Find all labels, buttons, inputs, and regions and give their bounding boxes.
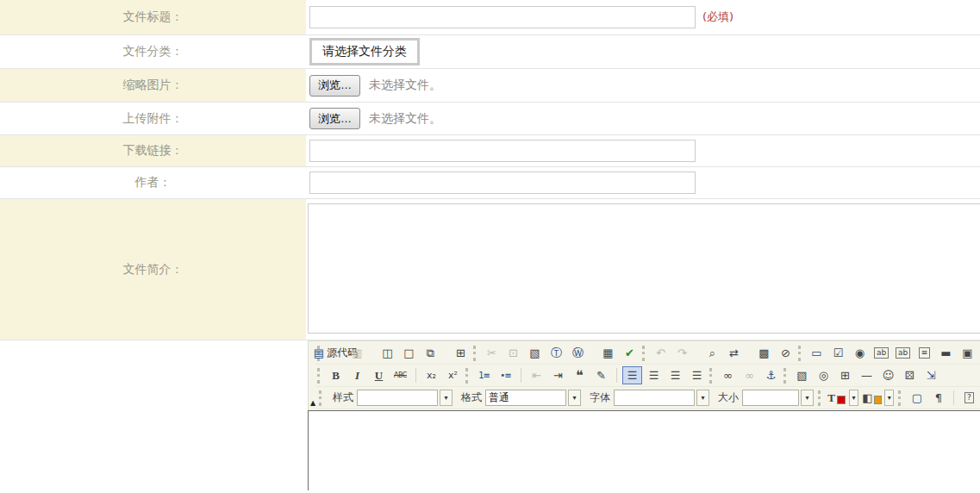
title-input[interactable] — [309, 6, 696, 28]
maximize-icon: ▢ — [912, 391, 922, 404]
download-link-input[interactable] — [309, 140, 696, 162]
download-link-value-cell — [306, 135, 980, 166]
font-combo-arrow-icon[interactable]: ▾ — [696, 390, 709, 406]
link-button[interactable]: ∞ — [718, 366, 738, 384]
background-color-dropdown-arrow-icon[interactable]: ▾ — [884, 390, 894, 406]
form-icon: ▭ — [811, 346, 821, 359]
editor-editing-area[interactable] — [308, 410, 980, 490]
show-blocks-button[interactable]: ¶ — [928, 389, 948, 407]
show-blocks-icon: ¶ — [935, 391, 942, 404]
new-page-button[interactable]: □ — [399, 344, 419, 362]
italic-button[interactable]: I — [347, 366, 367, 384]
bold-button[interactable]: B — [326, 366, 346, 384]
font-combo[interactable] — [614, 390, 695, 406]
increase-indent-button[interactable]: ⇥ — [548, 366, 568, 384]
select-all-button[interactable]: ▩ — [754, 344, 774, 362]
remove-format-button[interactable]: ⊘ — [776, 344, 796, 362]
justify-button[interactable]: ☰ — [687, 366, 707, 384]
paste-plain-text-button[interactable]: Ⓣ — [546, 344, 566, 362]
ordered-list-button[interactable]: 1≡ — [474, 366, 494, 384]
templates-button[interactable]: ⊞ — [451, 344, 471, 362]
form-row-intro: 文件简介： — [0, 199, 980, 340]
special-character-button[interactable]: ⚄ — [900, 366, 920, 384]
new-page-icon: □ — [403, 346, 414, 359]
style-combo-group: 样式▾ — [327, 390, 455, 406]
spell-check-button[interactable]: ✔ — [620, 344, 640, 362]
form-row-download-link: 下载链接： — [0, 135, 980, 167]
blockquote-button[interactable]: ❝ — [570, 366, 590, 384]
save-button[interactable]: ◫ — [378, 344, 397, 362]
style-combo[interactable] — [357, 390, 438, 406]
radio-button-button[interactable]: ◉ — [850, 344, 870, 362]
author-input[interactable] — [309, 172, 696, 194]
text-color-dropdown-arrow-icon[interactable]: ▾ — [849, 390, 858, 406]
flash-button[interactable]: ◎ — [814, 366, 833, 384]
browse-thumbnail-button[interactable]: 浏览… — [309, 75, 360, 97]
browse-attachment-button[interactable]: 浏览… — [309, 108, 360, 129]
align-right-button[interactable]: ☰ — [665, 366, 685, 384]
unordered-list-button[interactable]: •≡ — [496, 366, 515, 384]
intro-textarea[interactable] — [308, 203, 980, 334]
toolbar-grip — [898, 390, 901, 406]
image-button[interactable]: ▧ — [792, 366, 812, 384]
copy-icon: ⊡ — [509, 346, 518, 359]
style-combo-label: 样式 — [333, 390, 353, 405]
button-field-button[interactable]: ▬ — [936, 344, 956, 362]
align-center-button[interactable]: ☰ — [644, 366, 664, 384]
maximize-button[interactable]: ▢ — [907, 389, 927, 407]
align-left-button[interactable]: ☰ — [622, 366, 642, 384]
about-button[interactable]: ? — [959, 389, 979, 407]
textarea-field-button[interactable]: ab — [893, 344, 913, 362]
format-combo[interactable]: 普通 — [485, 390, 566, 406]
superscript-button[interactable]: x² — [443, 366, 463, 384]
image-button-button[interactable]: ▣ — [958, 344, 977, 362]
form-row-category: 文件分类： 请选择文件分类 — [0, 35, 980, 69]
horizontal-rule-button[interactable]: — — [857, 366, 877, 384]
find-button[interactable]: ⌕ — [702, 344, 722, 362]
background-color-button[interactable]: ◧ — [862, 389, 882, 407]
toolbar-separator — [953, 390, 954, 405]
toolbar-grip — [798, 346, 801, 361]
author-value-cell — [306, 167, 980, 198]
paste-from-word-button[interactable]: Ⓦ — [568, 344, 588, 362]
remove-format-icon: ⊘ — [781, 346, 790, 359]
underline-button[interactable]: U — [369, 366, 389, 384]
page-break-button[interactable]: ⇲ — [921, 366, 941, 384]
select-field-button[interactable]: ≡ — [914, 344, 934, 362]
strikethrough-icon: ABC — [394, 371, 407, 379]
editor-toolbar: ▤源代码▥◫□⧉⊞✂⊡▧ⓉⓌ▦✔↶↷⌕⇄▩⊘▭☑◉abab≡▬▣ab BIUAB… — [308, 340, 980, 410]
paste-button[interactable]: ▧ — [525, 344, 545, 362]
style-combo-arrow-icon[interactable]: ▾ — [440, 390, 453, 406]
author-label: 作者： — [0, 167, 306, 198]
size-combo[interactable] — [742, 390, 799, 406]
thumbnail-label: 缩略图片： — [0, 69, 306, 102]
form-button[interactable]: ▭ — [807, 344, 827, 362]
print-button[interactable]: ▦ — [598, 344, 618, 362]
rich-text-editor: ▤源代码▥◫□⧉⊞✂⊡▧ⓉⓌ▦✔↶↷⌕⇄▩⊘▭☑◉abab≡▬▣ab BIUAB… — [308, 340, 980, 490]
text-color-button[interactable]: T — [827, 389, 846, 407]
doc-props-button: ▥ — [347, 344, 367, 362]
paste-from-word-icon: Ⓦ — [572, 346, 584, 361]
preview-button[interactable]: ⧉ — [421, 344, 440, 362]
blockquote-icon: ❝ — [576, 367, 584, 384]
checkbox-button[interactable]: ☑ — [828, 344, 848, 362]
source-button[interactable]: ▤源代码 — [326, 344, 346, 362]
subscript-button[interactable]: x₂ — [421, 366, 441, 384]
text-field-icon: ab — [874, 347, 889, 359]
select-field-icon: ≡ — [919, 347, 931, 359]
table-button[interactable]: ⊞ — [835, 366, 855, 384]
format-combo-arrow-icon[interactable]: ▾ — [568, 390, 581, 406]
strikethrough-button[interactable]: ABC — [390, 366, 410, 384]
size-combo-arrow-icon[interactable]: ▾ — [801, 390, 814, 406]
smiley-button[interactable]: ☺ — [878, 366, 898, 384]
create-div-button[interactable]: ✎ — [591, 366, 611, 384]
select-category-button[interactable]: 请选择文件分类 — [309, 38, 420, 66]
unlink-button: ∞ — [740, 366, 759, 384]
collapse-toolbar-icon[interactable]: ▲ — [310, 399, 315, 407]
find-icon: ⌕ — [709, 346, 715, 360]
anchor-button[interactable]: ⚓ — [761, 366, 781, 384]
text-field-button[interactable]: ab — [871, 344, 891, 362]
attachment-label: 上传附件： — [0, 103, 306, 134]
replace-button[interactable]: ⇄ — [724, 344, 744, 362]
text-color-icon: T — [827, 391, 835, 405]
